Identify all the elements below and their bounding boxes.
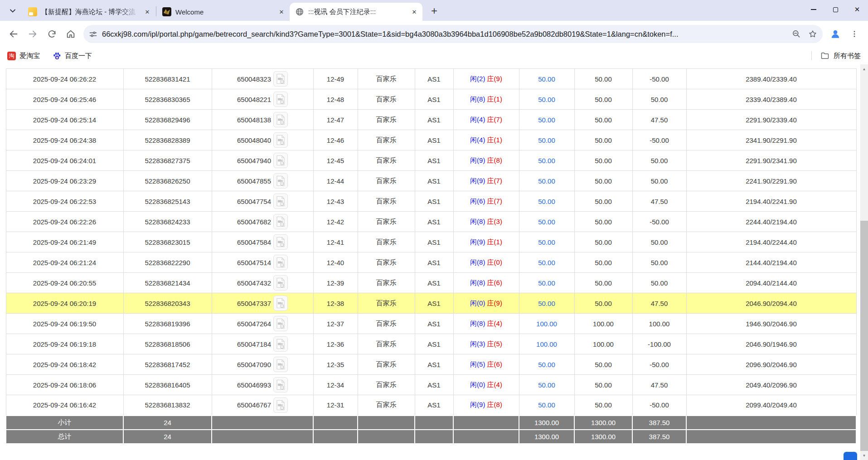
tab-welcome[interactable]: Welcome ✕ [157,3,290,21]
bet-amount-link[interactable]: 50.00 [538,75,555,83]
close-tab-icon[interactable]: ✕ [143,7,152,16]
round-no: 12-39 [313,273,358,293]
scroll-up-arrow-icon[interactable]: ▲ [860,65,868,73]
game-name: 百家乐 [358,110,415,130]
bet-amount-link[interactable]: 50.00 [538,218,555,226]
video-replay-button[interactable] [273,275,288,291]
video-replay-button[interactable] [273,336,288,352]
game-no: 650048323 [237,75,271,83]
floating-action-button[interactable] [844,452,857,460]
balance-before-after: 1946.90/2046.90 [686,314,856,334]
bet-amount-link[interactable]: 50.00 [538,116,555,124]
video-replay-button[interactable] [273,71,288,87]
result-cell: 闲(9) 庄(1) [453,232,519,252]
bet-amount-link[interactable]: 50.00 [538,96,555,103]
tab-bet-records-active[interactable]: :::视讯 会员下注纪录::: ✕ [290,3,422,21]
bookmark-star-icon[interactable] [808,29,817,39]
video-replay-button[interactable] [273,295,288,311]
game-no-cell: 650046993 [212,375,313,395]
video-replay-button[interactable] [273,194,288,209]
video-replay-button[interactable] [273,255,288,270]
video-replay-button[interactable] [273,316,288,331]
close-tab-icon[interactable]: ✕ [277,7,286,16]
vertical-scrollbar[interactable]: ▲ ▼ [860,64,868,460]
window-controls: ✕ [803,0,868,19]
bet-amount-link[interactable]: 100.00 [536,340,557,348]
taobao-icon: 淘 [7,52,16,60]
game-no: 650047184 [237,340,271,348]
video-replay-button[interactable] [273,132,288,148]
video-replay-button[interactable] [273,397,288,413]
result-cell: 闲(3) 庄(5) [453,334,519,354]
round-no: 12-48 [313,89,358,110]
player-result: 闲(0) [470,381,485,388]
valid-amount: 50.00 [574,171,632,191]
bet-id: 522836818506 [123,334,212,354]
game-no: 650047940 [237,157,271,165]
close-window-button[interactable]: ✕ [846,0,868,19]
bet-amount-link[interactable]: 50.00 [538,361,555,368]
table-row: 2025-09-24 06:19:50 522836819396 6500472… [6,314,856,334]
bet-amount-link[interactable]: 50.00 [538,238,555,246]
video-replay-button[interactable] [273,214,288,229]
bet-amount-link[interactable]: 50.00 [538,381,555,389]
new-tab-button[interactable]: + [427,4,441,18]
video-replay-button[interactable] [273,173,288,189]
video-file-icon [276,73,286,84]
result-cell: 闲(8) 庄(1) [453,89,519,110]
winloss-amount: 50.00 [632,171,686,191]
bet-amount-link[interactable]: 50.00 [538,279,555,287]
address-bar[interactable]: 66cxkj98.com/ipl/portal.php/game/betreco… [83,25,823,43]
forward-button[interactable] [24,25,42,43]
bet-amount-link[interactable]: 50.00 [538,177,555,185]
bookmark-label: 百度一下 [65,52,92,60]
video-replay-button[interactable] [273,153,288,168]
bet-amount-link[interactable]: 50.00 [538,198,555,205]
chevron-down-icon [10,8,16,14]
result-cell: 闲(8) 庄(0) [453,252,519,273]
close-tab-icon[interactable]: ✕ [410,7,419,16]
browser-menu-kebab-icon[interactable] [845,25,863,43]
site-info-icon[interactable] [89,30,97,39]
balance-before-after: 2389.40/2339.40 [686,69,856,89]
maximize-button[interactable] [824,0,846,19]
home-button[interactable] [62,25,80,43]
profile-avatar[interactable] [826,25,844,43]
video-replay-button[interactable] [273,234,288,250]
bookmark-taobao[interactable]: 淘 爱淘宝 [7,52,40,60]
scroll-down-arrow-icon[interactable]: ▼ [860,452,868,459]
table-name: AS1 [415,334,453,354]
bet-amount-link[interactable]: 50.00 [538,136,555,144]
url-text[interactable]: 66cxkj98.com/ipl/portal.php/game/betreco… [102,30,787,39]
round-no: 12-45 [313,150,358,171]
tab-forum[interactable]: 【新提醒】海燕论坛 - 博学交流 ✕ [23,3,155,21]
tab-search-button[interactable] [5,4,20,18]
bet-amount-link[interactable]: 50.00 [538,259,555,266]
bookmark-baidu[interactable]: du 百度一下 [53,52,92,60]
video-replay-button[interactable] [273,92,288,107]
bet-amount-link[interactable]: 50.00 [538,300,555,307]
back-button[interactable] [5,25,23,43]
table-name: AS1 [415,293,453,314]
bet-amount-link[interactable]: 50.00 [538,157,555,165]
zoom-icon[interactable] [792,29,801,39]
bet-amount-link[interactable]: 100.00 [536,320,557,328]
scrollbar-thumb[interactable] [860,221,868,451]
bet-time: 2025-09-24 06:21:49 [6,232,123,252]
svg-text:du: du [56,57,58,59]
video-replay-button[interactable] [273,377,288,392]
all-bookmarks-label[interactable]: 所有书签 [834,52,861,60]
bet-amount-cell: 100.00 [519,314,574,334]
video-replay-button[interactable] [273,357,288,372]
bet-amount-link[interactable]: 50.00 [538,401,555,409]
video-replay-button[interactable] [273,112,288,127]
table-name: AS1 [415,375,453,395]
video-file-icon [276,339,286,349]
minimize-button[interactable] [803,0,824,19]
winloss-amount: 47.50 [632,375,686,395]
result-cell: 闲(0) 庄(4) [453,375,519,395]
balance-before-after: 2094.40/2144.40 [686,273,856,293]
table-name: AS1 [415,273,453,293]
reload-button[interactable] [43,25,61,43]
result-cell: 闲(4) 庄(1) [453,130,519,150]
